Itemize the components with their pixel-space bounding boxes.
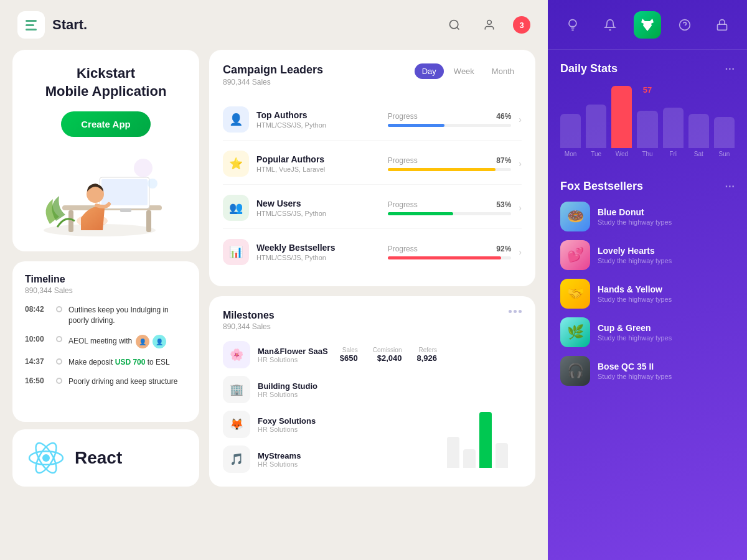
campaign-row-popular-authors: ⭐ Popular Authors HTML, VueJS, Laravel P… [223, 143, 522, 185]
fox-bestsellers-menu[interactable]: ⋯ [725, 180, 735, 192]
weekly-bestsellers-name: Weekly Bestsellers [256, 243, 380, 253]
timeline-dot-2 [56, 336, 62, 342]
fox-sub-cup-green: Study the highway types [598, 334, 735, 342]
bar-col-fri: Fri [663, 108, 684, 157]
peak-badge: 57 [643, 85, 652, 95]
create-app-button[interactable]: Create App [61, 111, 150, 137]
svg-point-1 [487, 21, 492, 25]
campaign-row-weekly-bestsellers: 📊 Weekly Bestsellers HTML/CSS/JS, Python… [223, 231, 522, 273]
weekly-bestsellers-progress: Progress 92% [388, 245, 512, 259]
bar-label-tue: Tue [591, 151, 601, 157]
new-users-tags: HTML/CSS/JS, Python [256, 210, 380, 217]
timeline-time-1: 08:42 [25, 305, 50, 314]
fox-bestsellers-title: Fox Bestsellers ⋯ [560, 180, 735, 193]
campaign-row-new-users: 👥 New Users HTML/CSS/JS, Python Progress… [223, 187, 522, 229]
progress-val-4: 92% [496, 245, 511, 253]
fox-name-blue-donut: Blue Donut [598, 207, 735, 217]
ms-refers-label: Refers [416, 347, 437, 353]
fox-item-bose[interactable]: 🎧 Bose QC 35 II Study the highway types [560, 356, 735, 386]
row-chevron-1[interactable]: › [519, 114, 522, 124]
top-authors-progress: Progress 46% [388, 112, 512, 127]
ms-sub-2: HR Solutions [258, 391, 437, 398]
bar-thu [637, 111, 657, 148]
progress-label-1: Progress 46% [388, 112, 512, 121]
fox-sub-bose: Study the highway types [598, 373, 735, 380]
progress-bar-bg-4 [388, 256, 512, 259]
progress-bar-fill-1 [388, 124, 444, 127]
fox-item-cup-green[interactable]: 🌿 Cup & Green Study the highway types [560, 317, 735, 347]
notification-badge[interactable]: 3 [513, 16, 530, 34]
timeline-title: Timeline [25, 274, 187, 285]
ms-commission-label: Comission [373, 347, 402, 353]
row-chevron-4[interactable]: › [519, 247, 522, 257]
illustration [37, 149, 174, 236]
timeline-time-4: 16:50 [25, 376, 50, 385]
svg-rect-22 [718, 24, 727, 30]
right-content: Campaign Leaders 890,344 Sales Day Week … [209, 50, 535, 487]
ms-bar-4 [496, 443, 508, 468]
header: Start. 3 [0, 0, 548, 50]
fox-sub-lovely-hearts: Study the highway types [598, 257, 735, 264]
sidebar-icon-question[interactable] [671, 11, 698, 39]
timeline-item-1: 08:42 Outlines keep you Indulging in poo… [25, 305, 187, 326]
popular-authors-info: Popular Authors HTML, VueJS, Laravel [256, 154, 380, 173]
content-grid: Kickstart Mobile Application Create App [0, 50, 548, 560]
milestone-row-1: 🌸 Man&Flower SaaS HR Solutions Sales $65… [223, 341, 437, 368]
ms-sub-3: HR Solutions [258, 426, 437, 433]
ms-bar-col-4 [496, 443, 508, 468]
ms-commission-val-1: $2,040 [373, 353, 402, 363]
top-authors-info: Top Authors HTML/CSS/JS, Python [256, 110, 380, 129]
fox-thumb-cup-green: 🌿 [560, 317, 590, 347]
user-icon[interactable] [478, 14, 500, 36]
milestones-list: 🌸 Man&Flower SaaS HR Solutions Sales $65… [223, 341, 437, 473]
sidebar-icon-lightbulb[interactable] [559, 11, 586, 39]
header-actions: 3 [443, 14, 530, 36]
fox-info-bose: Bose QC 35 II Study the highway types [598, 362, 735, 380]
progress-bar-fill-4 [388, 256, 502, 259]
milestones-menu[interactable] [509, 310, 522, 313]
kickstart-title: Kickstart Mobile Application [45, 65, 167, 100]
daily-stats-menu[interactable]: ⋯ [725, 63, 735, 75]
bar-mon [560, 114, 581, 148]
tab-week[interactable]: Week [446, 63, 482, 79]
sidebar-icon-fox[interactable] [634, 11, 661, 39]
fox-item-hands-yellow[interactable]: 🤝 Hands & Yellow Study the highway types [560, 279, 735, 309]
tab-day[interactable]: Day [415, 63, 444, 79]
tab-group: Day Week Month [415, 63, 522, 79]
bar-sun [714, 117, 735, 148]
search-icon[interactable] [443, 14, 466, 36]
sidebar-icon-lock[interactable] [708, 11, 736, 39]
bar-label-fri: Fri [669, 151, 677, 157]
react-label: React [75, 448, 122, 468]
fox-item-blue-donut[interactable]: 🍩 Blue Donut Study the highway types [560, 202, 735, 231]
ms-info-2: Building Studio HR Solutions [258, 381, 437, 398]
logo-text: Start. [52, 17, 87, 33]
ms-bar-col-3 [479, 412, 492, 468]
fox-info-blue-donut: Blue Donut Study the highway types [598, 207, 735, 226]
row-chevron-2[interactable]: › [519, 159, 522, 169]
fox-sub-hands-yellow: Study the highway types [598, 296, 735, 303]
milestones-content: 🌸 Man&Flower SaaS HR Solutions Sales $65… [223, 341, 522, 473]
bar-label-thu: Thu [642, 151, 652, 157]
bar-chart: Mon Tue Wed Thu Fri [560, 85, 735, 160]
fox-item-lovely-hearts[interactable]: 💕 Lovely Hearts Study the highway types [560, 240, 735, 270]
svg-rect-7 [101, 179, 148, 205]
bar-label-sun: Sun [719, 151, 730, 157]
tab-month[interactable]: Month [484, 63, 522, 79]
ms-icon-2: 🏢 [223, 376, 250, 403]
sidebar-icon-bell[interactable] [596, 11, 624, 39]
fox-name-cup-green: Cup & Green [598, 323, 735, 333]
bar-col-sun: Sun [714, 117, 735, 157]
row-chevron-3[interactable]: › [519, 203, 522, 213]
campaign-title: Campaign Leaders [223, 63, 323, 77]
fox-thumb-blue-donut: 🍩 [560, 202, 590, 231]
bar-sat [688, 114, 709, 148]
new-users-info: New Users HTML/CSS/JS, Python [256, 198, 380, 217]
logo-lines [26, 20, 37, 30]
new-users-progress: Progress 53% [388, 200, 512, 215]
milestones-subtitle: 890,344 Sales [223, 322, 275, 331]
svg-rect-4 [68, 210, 73, 232]
timeline-dot-4 [56, 378, 62, 384]
fox-thumb-hands-yellow: 🤝 [560, 279, 590, 309]
logo: Start. [17, 11, 87, 39]
